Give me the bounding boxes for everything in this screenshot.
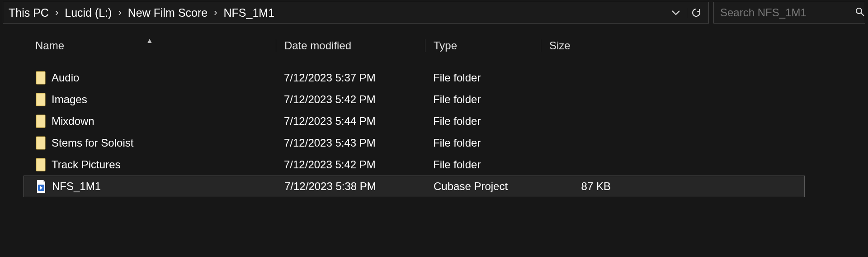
file-row[interactable]: Audio7/12/2023 5:37 PMFile folder [24, 67, 805, 89]
column-header-date[interactable]: Date modified [276, 39, 425, 52]
folder-icon [35, 71, 46, 85]
file-type-cell: File folder [425, 93, 541, 106]
file-list: ▲ Name Date modified Type Size Audio7/12… [24, 33, 805, 252]
chevron-right-icon: › [115, 7, 124, 19]
column-header-label: Name [35, 39, 64, 52]
file-type-cell: File folder [425, 71, 541, 84]
file-name-cell: Audio [24, 71, 276, 85]
file-name: Images [52, 93, 87, 106]
column-header-label: Size [549, 39, 571, 52]
file-date-cell: 7/12/2023 5:42 PM [276, 158, 425, 171]
breadcrumb-item[interactable]: NFS_1M1 [222, 5, 277, 20]
file-name: Stems for Soloist [52, 137, 133, 149]
file-name: NFS_1M1 [52, 180, 101, 193]
breadcrumb-label: This PC [9, 6, 49, 19]
breadcrumb-item[interactable]: Lucid (L:) › [63, 5, 126, 20]
chevron-right-icon: › [52, 7, 61, 19]
file-name: Audio [52, 71, 79, 84]
svg-rect-6 [36, 115, 45, 128]
file-size-cell: 87 KB [541, 180, 623, 193]
breadcrumb-item[interactable]: This PC › [7, 5, 63, 20]
file-name-cell: NFS_1M1 [24, 180, 276, 193]
column-headers: ▲ Name Date modified Type Size [24, 33, 805, 59]
file-name-cell: Track Pictures [24, 158, 276, 171]
breadcrumb-label: NFS_1M1 [224, 6, 275, 19]
file-date-cell: 7/12/2023 5:38 PM [276, 180, 425, 193]
folder-icon [35, 158, 46, 171]
column-header-type[interactable]: Type [425, 39, 541, 52]
address-bar: This PC › Lucid (L:) › New Film Score › … [0, 0, 868, 24]
svg-line-1 [861, 13, 864, 16]
search-input[interactable] [720, 6, 855, 19]
file-date-cell: 7/12/2023 5:44 PM [276, 115, 425, 128]
file-name-cell: Stems for Soloist [24, 136, 276, 150]
folder-icon [35, 114, 46, 128]
file-row[interactable]: Track Pictures7/12/2023 5:42 PMFile fold… [24, 154, 805, 176]
file-name-cell: Mixdown [24, 114, 276, 128]
svg-rect-4 [36, 93, 45, 106]
svg-rect-8 [36, 137, 45, 149]
column-header-name[interactable]: ▲ Name [24, 39, 276, 52]
sort-indicator-icon: ▲ [146, 37, 153, 45]
chevron-right-icon: › [211, 7, 220, 19]
file-row[interactable]: Mixdown7/12/2023 5:44 PMFile folder [24, 110, 805, 132]
history-dropdown-button[interactable] [667, 10, 685, 15]
svg-rect-10 [36, 158, 45, 171]
svg-point-0 [856, 8, 862, 14]
file-name: Track Pictures [52, 158, 120, 171]
file-name: Mixdown [52, 115, 94, 128]
file-row[interactable]: NFS_1M17/12/2023 5:38 PMCubase Project87… [24, 176, 805, 197]
column-header-label: Type [434, 39, 457, 52]
breadcrumb[interactable]: This PC › Lucid (L:) › New Film Score › … [3, 2, 709, 24]
file-row[interactable]: Stems for Soloist7/12/2023 5:43 PMFile f… [24, 132, 805, 154]
cubase-file-icon [36, 180, 47, 193]
file-list-body: Audio7/12/2023 5:37 PMFile folderImages7… [24, 59, 805, 197]
file-type-cell: Cubase Project [425, 180, 541, 193]
file-date-cell: 7/12/2023 5:43 PM [276, 137, 425, 149]
svg-rect-2 [36, 71, 45, 84]
breadcrumb-label: New Film Score [128, 6, 208, 19]
breadcrumb-label: Lucid (L:) [65, 6, 112, 19]
file-date-cell: 7/12/2023 5:37 PM [276, 71, 425, 84]
file-row[interactable]: Images7/12/2023 5:42 PMFile folder [24, 89, 805, 110]
file-type-cell: File folder [425, 158, 541, 171]
search-icon [855, 7, 864, 19]
file-date-cell: 7/12/2023 5:42 PM [276, 93, 425, 106]
folder-icon [35, 93, 46, 106]
search-box[interactable] [713, 2, 865, 24]
file-type-cell: File folder [425, 115, 541, 128]
column-header-label: Date modified [284, 39, 351, 52]
file-name-cell: Images [24, 93, 276, 106]
refresh-button[interactable] [687, 8, 705, 18]
folder-icon [35, 136, 46, 150]
breadcrumb-item[interactable]: New Film Score › [126, 5, 222, 20]
column-header-size[interactable]: Size [541, 39, 622, 52]
file-type-cell: File folder [425, 137, 541, 149]
